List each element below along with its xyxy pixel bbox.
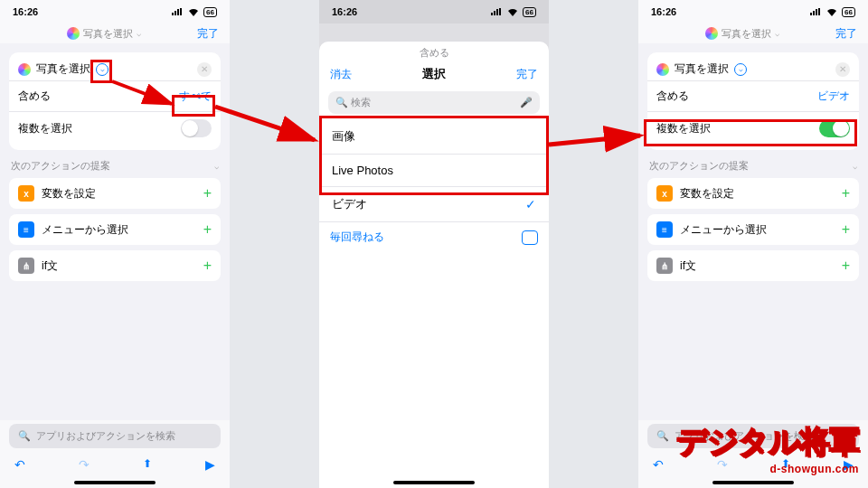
if-icon: ⋔ bbox=[656, 258, 673, 274]
clear-button[interactable]: 消去 bbox=[330, 67, 352, 82]
select-multiple-row[interactable]: 複数を選択 bbox=[647, 111, 859, 145]
add-icon[interactable]: + bbox=[203, 185, 212, 202]
menu-icon: ≡ bbox=[656, 221, 673, 238]
if-icon: ⋔ bbox=[18, 258, 34, 274]
done-button[interactable]: 完了 bbox=[197, 26, 219, 42]
action-block: 写真を選択 ⌵ ✕ 含める すべて 複数を選択 bbox=[9, 52, 221, 150]
home-indicator bbox=[74, 481, 156, 484]
option-live-photos[interactable]: Live Photos bbox=[319, 155, 549, 187]
nav-title[interactable]: 写真を選択 ⌵ bbox=[67, 27, 141, 41]
status-icons: 66 bbox=[171, 7, 217, 17]
include-value[interactable]: すべて bbox=[179, 89, 212, 104]
add-icon[interactable]: + bbox=[203, 221, 212, 238]
variable-icon: x bbox=[18, 185, 34, 202]
suggest-set-variable[interactable]: x変数を設定 + bbox=[647, 178, 859, 209]
add-icon[interactable]: + bbox=[842, 258, 850, 274]
nav-bar: 写真を選択 ⌵ 完了 bbox=[0, 23, 230, 43]
home-indicator bbox=[712, 481, 794, 484]
suggest-choose-menu[interactable]: ≡メニューから選択 + bbox=[647, 214, 859, 245]
undo-button[interactable]: ↶ bbox=[653, 457, 664, 472]
action-title: 写真を選択 bbox=[675, 61, 729, 77]
suggest-choose-menu[interactable]: ≡メニューから選択 + bbox=[9, 214, 221, 245]
multi-toggle[interactable] bbox=[819, 119, 850, 137]
add-icon[interactable]: + bbox=[842, 221, 850, 238]
share-button[interactable]: ⬆︎ bbox=[143, 457, 152, 472]
add-icon[interactable]: + bbox=[203, 258, 212, 274]
photos-icon bbox=[656, 63, 669, 76]
home-indicator bbox=[393, 481, 475, 484]
chevron-down-icon: ⌵ bbox=[775, 29, 779, 38]
mic-icon[interactable]: 🎤 bbox=[520, 97, 533, 108]
photos-icon bbox=[705, 27, 718, 40]
include-row[interactable]: 含める すべて bbox=[9, 80, 221, 111]
search-field[interactable]: 🔍 アプリおよびアクションを検索 bbox=[9, 424, 221, 448]
picker-sheet: 含める 消去 選択 完了 🔍 検索 🎤 画像 Live Photos ビデオ✓ … bbox=[319, 42, 549, 488]
play-button[interactable]: ▶ bbox=[205, 457, 215, 472]
clear-action-button[interactable]: ✕ bbox=[835, 62, 850, 77]
option-video[interactable]: ビデオ✓ bbox=[319, 187, 549, 222]
redo-button[interactable]: ↷ bbox=[79, 457, 90, 472]
variable-icon: x bbox=[656, 185, 673, 202]
done-button[interactable]: 完了 bbox=[516, 67, 538, 82]
include-value[interactable]: ビデオ bbox=[817, 89, 850, 104]
chevron-down-icon: ⌵ bbox=[137, 29, 141, 38]
ask-each-time-button[interactable]: 毎回尋ねる bbox=[330, 230, 384, 245]
expand-toggle-icon[interactable]: ⌵ bbox=[96, 63, 108, 76]
message-icon[interactable] bbox=[522, 230, 538, 245]
menu-icon: ≡ bbox=[18, 221, 34, 238]
status-time: 16:26 bbox=[13, 6, 38, 17]
sheet-search[interactable]: 🔍 検索 🎤 bbox=[328, 91, 540, 114]
clear-action-button[interactable]: ✕ bbox=[197, 62, 212, 77]
add-icon[interactable]: + bbox=[842, 185, 850, 202]
search-icon: 🔍 bbox=[656, 430, 669, 442]
status-bar: 16:26 66 bbox=[638, 0, 868, 23]
nav-bar: 写真を選択 ⌵ 完了 bbox=[638, 23, 868, 43]
done-button[interactable]: 完了 bbox=[835, 26, 857, 42]
photos-icon bbox=[18, 63, 31, 76]
status-bar: 16:26 66 bbox=[0, 0, 230, 23]
sheet-overline: 含める bbox=[319, 42, 549, 62]
suggest-if[interactable]: ⋔if文 + bbox=[9, 250, 221, 281]
check-icon: ✓ bbox=[525, 197, 536, 211]
action-block: 写真を選択 ⌵ ✕ 含める ビデオ 複数を選択 bbox=[647, 52, 859, 150]
nav-title[interactable]: 写真を選択 ⌵ bbox=[705, 27, 779, 41]
sheet-title: 選択 bbox=[422, 66, 446, 82]
search-icon: 🔍 bbox=[335, 97, 348, 108]
search-icon: 🔍 bbox=[18, 430, 31, 442]
undo-button[interactable]: ↶ bbox=[14, 457, 25, 472]
action-title: 写真を選択 bbox=[36, 61, 90, 77]
option-image[interactable]: 画像 bbox=[319, 119, 549, 155]
include-row[interactable]: 含める ビデオ bbox=[647, 80, 859, 111]
bottom-bar: 🔍 アプリおよびアクションを検索 ↶ ↷ ⬆︎ ▶ bbox=[0, 420, 230, 488]
suggestions-header[interactable]: 次のアクションの提案 ⌵ bbox=[649, 159, 857, 173]
chevron-down-icon: ⌵ bbox=[853, 162, 857, 171]
expand-toggle-icon[interactable]: ⌵ bbox=[734, 63, 747, 76]
watermark-logo: デジタル将軍 d-showgun.com bbox=[676, 421, 859, 475]
suggest-if[interactable]: ⋔if文 + bbox=[647, 250, 859, 281]
suggest-set-variable[interactable]: x変数を設定 + bbox=[9, 178, 221, 209]
suggestions-header[interactable]: 次のアクションの提案 ⌵ bbox=[11, 159, 219, 173]
chevron-down-icon: ⌵ bbox=[214, 162, 219, 171]
multi-toggle[interactable] bbox=[181, 119, 212, 137]
select-multiple-row[interactable]: 複数を選択 bbox=[9, 111, 221, 145]
photos-icon bbox=[67, 27, 80, 40]
